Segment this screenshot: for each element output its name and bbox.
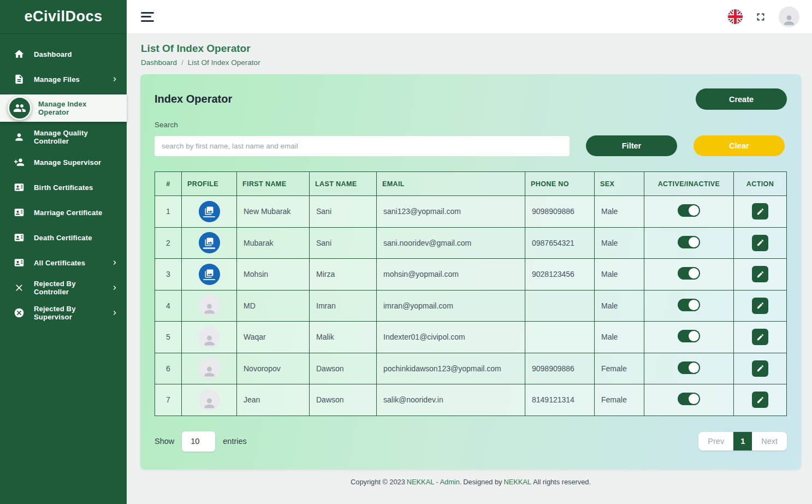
- profile-cell: [182, 353, 237, 384]
- active-cell: [644, 290, 734, 322]
- table-row: 4MDImranimran@yopmail.comMale: [155, 290, 787, 322]
- breadcrumb-dashboard-link[interactable]: Dashboard: [141, 58, 177, 67]
- first-name-cell: Mubarak: [237, 227, 310, 259]
- footer-brand-admin: NEKKAL - Admin.: [407, 478, 462, 486]
- profile-photo-avatar: [199, 232, 220, 253]
- active-cell: [644, 322, 734, 353]
- menu-toggle-icon[interactable]: [141, 12, 154, 22]
- active-toggle[interactable]: [678, 299, 700, 311]
- fullscreen-icon[interactable]: [755, 11, 767, 23]
- profile-photo-avatar: [199, 264, 220, 285]
- profile-placeholder-avatar: [199, 327, 220, 348]
- x-circle-icon: [13, 307, 25, 319]
- column-header-last-name: LAST NAME: [310, 172, 377, 196]
- sidebar-item-label: Manage Index Operator: [38, 100, 119, 116]
- show-label: Show: [155, 437, 174, 446]
- sidebar-item-label: Birth Certificates: [34, 183, 93, 192]
- sidebar-item-label: Dashboard: [34, 50, 72, 58]
- row-index: 7: [155, 384, 182, 416]
- file-icon: [13, 73, 25, 85]
- active-toggle[interactable]: [678, 204, 700, 217]
- first-name-cell: Novoropov: [237, 353, 310, 384]
- row-index: 4: [155, 290, 182, 322]
- sex-cell: Male: [595, 322, 644, 353]
- sidebar-item-label: Manage Supervisor: [34, 158, 101, 167]
- designed-by-text: Designed by: [463, 478, 502, 486]
- page-title: List Of Index Operator: [141, 43, 801, 55]
- active-cell: [644, 196, 734, 228]
- create-button[interactable]: Create: [696, 88, 787, 110]
- index-operator-panel: Index Operator Create Search Filter Clea…: [140, 74, 801, 470]
- edit-button[interactable]: [752, 203, 768, 220]
- sidebar-item-label: Marriage Certificate: [34, 209, 102, 217]
- edit-button[interactable]: [752, 235, 768, 251]
- language-flag-uk-icon[interactable]: [728, 9, 743, 24]
- sidebar-item-all-certificates[interactable]: All Certificates: [0, 250, 127, 275]
- sex-cell: Male: [595, 196, 644, 228]
- sidebar-item-manage-supervisor[interactable]: Manage Supervisor: [0, 150, 127, 175]
- copyright-text: Copyright © 2023: [351, 478, 405, 486]
- id-card-icon: [13, 181, 25, 193]
- search-label: Search: [155, 121, 787, 129]
- table-row: 2MubarakSanisani.nooridev@gmail.com09876…: [155, 227, 787, 259]
- show-entries: Show entries: [155, 431, 247, 452]
- filter-button[interactable]: Filter: [586, 135, 677, 156]
- sidebar-item-rejected-by-controller[interactable]: Rejected By Controller: [0, 275, 127, 300]
- sidebar-item-label: All Certificates: [34, 259, 85, 267]
- profile-cell: [182, 322, 237, 353]
- active-toggle[interactable]: [678, 361, 700, 374]
- sidebar-item-birth-certificates[interactable]: Birth Certificates: [0, 175, 127, 200]
- table-row: 5WaqarMalikIndexter01@civipol.comMale: [155, 322, 787, 353]
- edit-button[interactable]: [752, 392, 768, 408]
- email-cell: Indexter01@civipol.com: [377, 322, 525, 353]
- clear-button[interactable]: Clear: [694, 135, 785, 156]
- column-header-index: #: [155, 172, 182, 196]
- sidebar-item-rejected-by-supervisor[interactable]: Rejected By Supervisor: [0, 300, 127, 325]
- pagination-prev-button[interactable]: Prev: [698, 432, 733, 450]
- breadcrumb-current: List Of Index Operator: [188, 58, 260, 67]
- action-cell: [734, 290, 787, 322]
- sidebar-item-manage-quality-controller[interactable]: Manage Quality Controller: [0, 124, 127, 150]
- phone-cell: 9098909886: [525, 196, 595, 228]
- first-name-cell: Mohsin: [237, 259, 310, 290]
- action-cell: [734, 227, 787, 259]
- row-index: 1: [155, 196, 182, 228]
- sidebar-item-label: Rejected By Controller: [34, 280, 110, 296]
- entries-count-input[interactable]: [182, 431, 215, 452]
- table-header-row: #PROFILEFIRST NAMELAST NAMEEMAILPHONE NO…: [155, 172, 787, 196]
- active-cell: [644, 353, 734, 384]
- active-toggle[interactable]: [678, 236, 700, 248]
- operators-table: #PROFILEFIRST NAMELAST NAMEEMAILPHONE NO…: [155, 171, 787, 416]
- user-avatar[interactable]: [779, 7, 799, 27]
- sex-cell: Male: [595, 290, 644, 322]
- active-toggle[interactable]: [678, 393, 700, 405]
- edit-button[interactable]: [752, 329, 768, 345]
- sidebar: eCivilDocs DashboardManage FilesManage I…: [0, 0, 127, 504]
- id-card-icon: [13, 206, 25, 218]
- first-name-cell: New Mubarak: [237, 196, 310, 228]
- action-cell: [734, 196, 787, 228]
- active-toggle[interactable]: [678, 330, 700, 342]
- phone-cell: 9098909886: [525, 353, 595, 384]
- edit-button[interactable]: [752, 266, 768, 282]
- content-area: List Of Index Operator Dashboard / List …: [127, 34, 812, 504]
- pagination-page-1-button[interactable]: 1: [733, 432, 752, 450]
- profile-placeholder-avatar: [199, 389, 220, 411]
- profile-cell: [182, 290, 237, 322]
- sidebar-item-death-certificate[interactable]: Death Certificate: [0, 225, 127, 250]
- sidebar-item-marriage-certificate[interactable]: Marriage Certificate: [0, 200, 127, 225]
- row-index: 2: [155, 227, 182, 259]
- edit-button[interactable]: [752, 298, 768, 314]
- sex-cell: Male: [595, 259, 644, 290]
- search-input[interactable]: [155, 136, 570, 156]
- profile-photo-avatar: [199, 201, 220, 222]
- edit-button[interactable]: [752, 360, 768, 377]
- sidebar-item-dashboard[interactable]: Dashboard: [0, 41, 127, 67]
- person-icon: [13, 131, 25, 143]
- sidebar-item-manage-files[interactable]: Manage Files: [0, 67, 127, 92]
- column-header-action: ACTION: [734, 172, 787, 196]
- active-toggle[interactable]: [678, 267, 700, 280]
- sidebar-item-manage-index-operator[interactable]: Manage Index Operator: [0, 94, 127, 122]
- pagination-next-button[interactable]: Next: [752, 432, 787, 450]
- entries-label: entries: [223, 437, 247, 446]
